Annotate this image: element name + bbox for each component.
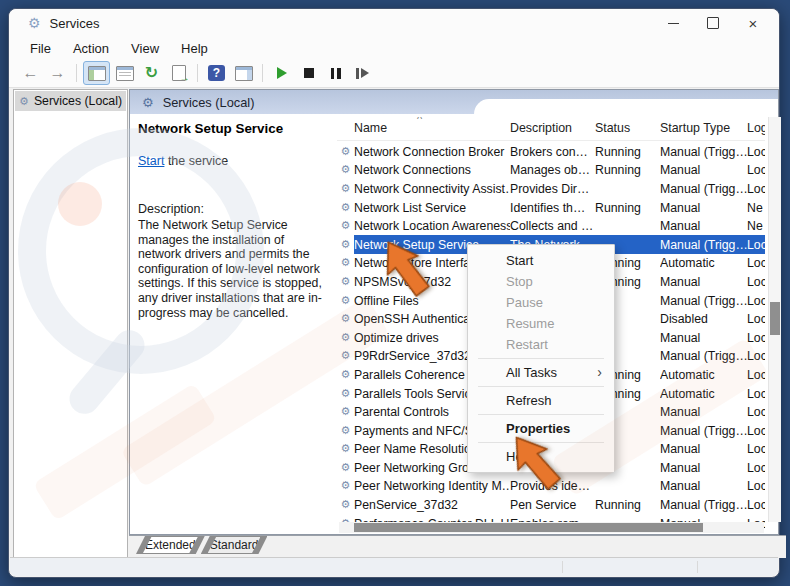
help-toolbar-button[interactable]: ? [204, 62, 229, 84]
cell-startup-type: Manual (Trigg… [660, 237, 747, 252]
main-panel: ⚙ Services (Local) Network Setup Service… [129, 89, 779, 535]
services-app-icon: ⚙ [28, 16, 41, 30]
menu-action[interactable]: Action [62, 39, 120, 58]
close-icon: × [749, 16, 758, 31]
cell-log-on-as: Loc [747, 274, 765, 289]
context-menu-item-restart: Restart [468, 334, 614, 355]
context-menu-item-refresh[interactable]: Refresh [468, 390, 614, 411]
cell-startup-type: Manual [660, 218, 747, 233]
menu-help[interactable]: Help [170, 39, 219, 58]
cell-startup-type: Manual [660, 330, 747, 345]
pause-service-button[interactable] [323, 62, 348, 84]
table-row-penservice-37d32[interactable]: ⚙PenService_37d32Pen ServiceRunningManua… [337, 495, 765, 514]
tab-standard[interactable]: Standard [201, 536, 268, 554]
tree-item-label: Services (Local) [34, 94, 122, 108]
cell-log-on-as: Loc [747, 478, 765, 493]
export-list-button[interactable] [166, 62, 191, 84]
tree-item-services-local[interactable]: ⚙ Services (Local) [15, 91, 126, 111]
show-action-pane-button[interactable] [231, 62, 256, 84]
cell-startup-type: Manual [660, 441, 747, 456]
cell-log-on-as: Ne [747, 200, 765, 215]
column-header-name[interactable]: Name [337, 120, 510, 140]
cell-startup-type: Automatic [660, 255, 747, 270]
table-row-network-list-service[interactable]: ⚙Network List ServiceIdentifies th…Runni… [337, 198, 765, 217]
column-header-description[interactable]: Description [510, 120, 595, 140]
restart-service-button[interactable] [350, 62, 375, 84]
cell-log-on-as: Loc [747, 311, 765, 326]
toolbar-separator [76, 64, 77, 82]
start-service-button[interactable] [269, 62, 294, 84]
context-menu-item-label: Pause [506, 295, 543, 310]
cell-startup-type: Manual [660, 162, 747, 177]
submenu-arrow-icon: › [597, 362, 602, 383]
cell-startup-type: Manual [660, 460, 747, 475]
properties-icon [116, 66, 134, 81]
export-list-icon [172, 65, 186, 81]
menu-bar: FileActionViewHelp [9, 37, 779, 59]
context-menu-item-stop: Stop [468, 271, 614, 292]
service-gear-icon: ⚙ [337, 498, 354, 511]
column-header-status[interactable]: Status [595, 120, 660, 140]
back-button[interactable]: ← [18, 62, 43, 84]
forward-button[interactable]: → [45, 62, 70, 84]
selected-service-title: Network Setup Service [138, 121, 283, 136]
description-label: Description: [138, 202, 204, 216]
service-gear-icon: ⚙ [337, 145, 354, 158]
table-header: NameDescriptionStatusStartup TypeLog [337, 120, 765, 141]
context-menu-item-label: All Tasks [506, 365, 557, 380]
tab-extended[interactable]: Extended [136, 536, 205, 554]
cell-log-on-as: Loc [747, 348, 765, 363]
cell-log-on-as: Ne [747, 218, 765, 233]
table-row-network-connectivity-assist[interactable]: ⚙Network Connectivity Assist…Provides Di… [337, 179, 765, 198]
cell-description: Brokers con… [510, 144, 595, 159]
minimize-button[interactable] [653, 13, 693, 33]
close-button[interactable]: × [733, 13, 773, 33]
start-service-line: Start the service [138, 154, 228, 168]
service-gear-icon: ⚙ [337, 331, 354, 344]
restart-service-icon [356, 68, 369, 79]
refresh-icon: ↻ [145, 65, 158, 81]
service-gear-icon: ⚙ [337, 461, 354, 474]
cell-status [595, 225, 660, 226]
toolbar-separator [262, 64, 263, 82]
start-service-link[interactable]: Start [138, 154, 164, 168]
extended-view-header: ⚙ Services (Local) [130, 90, 778, 114]
service-gear-icon: ⚙ [337, 442, 354, 455]
context-menu-item-label: Resume [506, 316, 554, 331]
title-bar[interactable]: ⚙ Services × [9, 9, 779, 37]
cell-log-on-as: Loc [747, 460, 765, 475]
cell-startup-type: Manual [660, 200, 747, 215]
status-bar-divider [562, 561, 563, 573]
toolbar: ← → ↻ ? [9, 59, 779, 88]
table-row-network-connection-broker[interactable]: ⚙Network Connection BrokerBrokers con…Ru… [337, 142, 765, 161]
cell-status [595, 188, 660, 189]
service-gear-icon: ⚙ [337, 294, 354, 307]
show-console-tree-button[interactable] [83, 61, 110, 85]
stop-service-button[interactable] [296, 62, 321, 84]
service-gear-icon: ⚙ [337, 424, 354, 437]
menu-file[interactable]: File [19, 39, 62, 58]
cell-log-on-as: Loc [747, 237, 765, 252]
refresh-toolbar-button[interactable]: ↻ [139, 62, 164, 84]
context-menu-item-pause: Pause [468, 292, 614, 313]
horizontal-scrollbar[interactable] [339, 522, 764, 533]
maximize-button[interactable] [693, 13, 733, 33]
properties-toolbar-button[interactable] [112, 62, 137, 84]
cell-startup-type: Automatic [660, 367, 747, 382]
context-menu-item-label: Restart [506, 337, 548, 352]
cell-log-on-as: Loc [747, 293, 765, 308]
minimize-icon [668, 23, 679, 24]
horizontal-scrollbar-thumb[interactable] [354, 523, 703, 532]
context-menu-item-all-tasks[interactable]: All Tasks› [468, 362, 614, 383]
vertical-scrollbar-thumb[interactable] [770, 302, 780, 335]
column-header-log[interactable]: Log [747, 120, 765, 140]
vertical-scrollbar[interactable] [768, 117, 781, 522]
context-menu-item-start[interactable]: Start [468, 250, 614, 271]
menu-view[interactable]: View [120, 39, 170, 58]
services-node-icon: ⚙ [19, 95, 29, 108]
services-header-icon: ⚙ [142, 95, 154, 110]
table-row-network-connections[interactable]: ⚙Network ConnectionsManages ob…RunningMa… [337, 161, 765, 180]
context-menu-item-label: Stop [506, 274, 533, 289]
window-title: Services [50, 16, 100, 31]
column-header-startup-type[interactable]: Startup Type [660, 120, 747, 140]
